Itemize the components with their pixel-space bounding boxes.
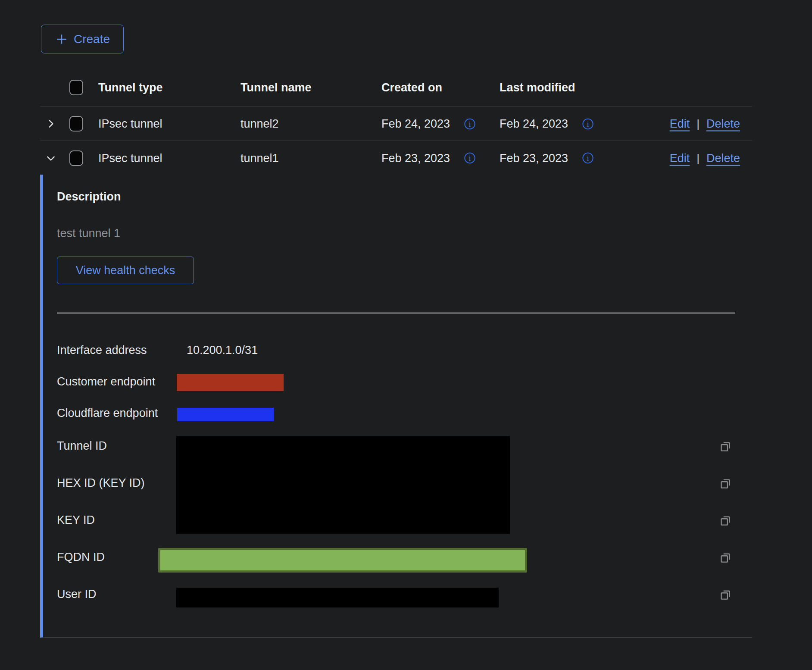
edit-link[interactable]: Edit <box>670 151 690 165</box>
row-checkbox[interactable] <box>69 116 83 131</box>
svg-text:i: i <box>468 154 471 163</box>
expand-row-button[interactable] <box>44 117 57 130</box>
last-modified-value: Feb 23, 2023 <box>500 151 568 165</box>
info-icon: i <box>582 152 594 164</box>
copy-icon <box>718 587 734 602</box>
row-checkbox[interactable] <box>69 150 83 166</box>
tunnel-hex-key-id-redacted-values <box>176 436 510 534</box>
tunnel-name-value: tunnel2 <box>240 117 279 131</box>
copy-icon <box>718 513 734 528</box>
header-created-on: Created on <box>381 81 442 94</box>
key-id-label: KEY ID <box>57 513 95 527</box>
cloudflare-endpoint-label: Cloudflare endpoint <box>57 407 158 420</box>
table-row-tunnel1: IPsec tunnel tunnel1 Feb 23, 2023 i Feb … <box>40 141 752 175</box>
svg-text:i: i <box>587 119 589 128</box>
copy-icon <box>718 476 734 491</box>
created-on-value: Feb 24, 2023 <box>381 117 450 131</box>
delete-link[interactable]: Delete <box>706 151 740 165</box>
svg-text:i: i <box>468 119 471 128</box>
header-tunnel-name: Tunnel name <box>240 81 312 94</box>
last-modified-info-button[interactable]: i <box>582 118 594 130</box>
user-id-label: User ID <box>57 588 97 601</box>
delete-link[interactable]: Delete <box>706 117 740 131</box>
create-button[interactable]: Create <box>41 25 124 53</box>
svg-text:i: i <box>587 154 589 163</box>
table-row-tunnel2: IPsec tunnel tunnel2 Feb 24, 2023 i Feb … <box>40 107 752 141</box>
tunnel-name-value: tunnel1 <box>240 151 279 165</box>
copy-fqdn-id-button[interactable] <box>718 550 734 565</box>
copy-user-id-button[interactable] <box>718 587 734 602</box>
customer-endpoint-redacted-value <box>177 374 284 391</box>
interface-address-value: 10.200.1.0/31 <box>187 344 258 357</box>
fqdn-id-label: FQDN ID <box>57 551 105 564</box>
copy-icon <box>718 438 734 454</box>
expanded-tunnel-panel: Description test tunnel 1 View health ch… <box>40 175 752 638</box>
collapse-row-button[interactable] <box>44 152 57 165</box>
copy-key-id-button[interactable] <box>718 513 734 528</box>
select-all-checkbox[interactable] <box>69 80 83 95</box>
header-last-modified: Last modified <box>500 81 575 94</box>
description-heading: Description <box>57 190 121 204</box>
table-header-row: Tunnel type Tunnel name Created on Last … <box>40 69 752 106</box>
copy-tunnel-id-button[interactable] <box>718 438 734 454</box>
user-id-redacted-value <box>176 588 499 607</box>
info-icon: i <box>464 118 476 130</box>
copy-hex-id-button[interactable] <box>718 476 734 491</box>
edit-link[interactable]: Edit <box>670 117 690 131</box>
tunnel-type-value: IPsec tunnel <box>98 117 162 131</box>
customer-endpoint-label: Customer endpoint <box>57 375 155 388</box>
plus-icon <box>55 32 69 46</box>
chevron-down-icon <box>45 153 56 164</box>
interface-address-label: Interface address <box>57 344 147 357</box>
info-icon: i <box>464 152 476 164</box>
description-value: test tunnel 1 <box>57 227 120 240</box>
panel-divider <box>57 313 735 313</box>
last-modified-value: Feb 24, 2023 <box>500 117 568 131</box>
action-separator: | <box>696 117 700 131</box>
created-on-value: Feb 23, 2023 <box>381 151 450 165</box>
tunnel-type-value: IPsec tunnel <box>98 151 162 165</box>
last-modified-info-button[interactable]: i <box>582 152 594 164</box>
header-tunnel-type: Tunnel type <box>98 81 163 94</box>
tunnel-id-label: Tunnel ID <box>57 439 107 453</box>
chevron-right-icon <box>45 118 56 129</box>
fqdn-id-redacted-value <box>158 548 527 573</box>
created-on-info-button[interactable]: i <box>464 118 476 130</box>
copy-icon <box>718 550 734 565</box>
view-health-checks-button[interactable]: View health checks <box>57 257 194 284</box>
cloudflare-endpoint-redacted-value <box>177 408 274 421</box>
created-on-info-button[interactable]: i <box>464 152 476 164</box>
action-separator: | <box>696 151 700 165</box>
hex-id-label: HEX ID (KEY ID) <box>57 476 145 490</box>
create-button-label: Create <box>74 32 110 46</box>
info-icon: i <box>582 118 594 130</box>
